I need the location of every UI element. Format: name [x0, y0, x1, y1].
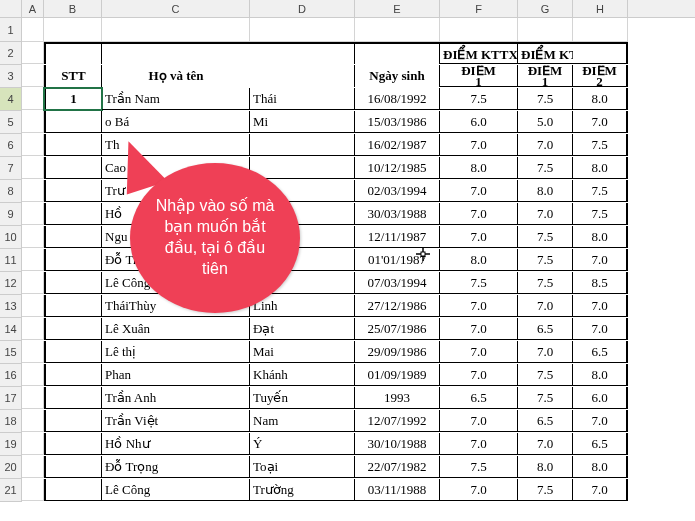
- cell[interactable]: [250, 134, 355, 156]
- cell[interactable]: 01/09/1989: [355, 364, 440, 386]
- cell[interactable]: [44, 341, 102, 363]
- cell[interactable]: [22, 111, 44, 133]
- cell[interactable]: 25/07/1986: [355, 318, 440, 340]
- cell[interactable]: 10/12/1985: [355, 157, 440, 179]
- cell[interactable]: 6.0: [573, 387, 628, 409]
- cell[interactable]: 30/03/1988: [355, 203, 440, 225]
- cell[interactable]: 6.5: [518, 410, 573, 432]
- cell[interactable]: 5.0: [518, 111, 573, 133]
- row-header[interactable]: 2: [0, 42, 22, 65]
- cell[interactable]: ĐIỂM2: [573, 65, 628, 87]
- cell-stt-first[interactable]: 1: [44, 88, 102, 110]
- select-all-corner[interactable]: [0, 0, 22, 17]
- cell[interactable]: [22, 272, 44, 294]
- row-header[interactable]: 14: [0, 318, 22, 341]
- cell[interactable]: 6.5: [518, 318, 573, 340]
- row-header[interactable]: 10: [0, 226, 22, 249]
- cell[interactable]: [44, 433, 102, 455]
- cell[interactable]: 7.5: [518, 364, 573, 386]
- cell[interactable]: Thái: [250, 88, 355, 110]
- cell[interactable]: 7.5: [518, 226, 573, 248]
- cell[interactable]: [44, 479, 102, 501]
- row-header[interactable]: 4: [0, 88, 22, 111]
- cell[interactable]: 7.0: [518, 433, 573, 455]
- cell[interactable]: 7.5: [573, 180, 628, 202]
- row-header[interactable]: 9: [0, 203, 22, 226]
- cell[interactable]: 7.0: [440, 295, 518, 317]
- cell[interactable]: ĐIỂM KTĐK: [518, 42, 573, 64]
- cell[interactable]: Họ và tên: [102, 65, 250, 87]
- cell[interactable]: [573, 18, 628, 42]
- cell[interactable]: Lê thị: [102, 341, 250, 363]
- cell[interactable]: [44, 364, 102, 386]
- col-header-C[interactable]: C: [102, 0, 250, 17]
- row-header[interactable]: 15: [0, 341, 22, 364]
- cell[interactable]: 7.0: [440, 433, 518, 455]
- cell[interactable]: Trần Việt: [102, 410, 250, 432]
- cell[interactable]: Trường: [250, 479, 355, 501]
- cell[interactable]: Trần Nam: [102, 88, 250, 110]
- cell[interactable]: Lê Công: [102, 479, 250, 501]
- cell[interactable]: [44, 203, 102, 225]
- cell[interactable]: Trần Anh: [102, 387, 250, 409]
- col-header-E[interactable]: E: [355, 0, 440, 17]
- cell[interactable]: [22, 456, 44, 478]
- cell[interactable]: [250, 226, 355, 248]
- cell[interactable]: 7.0: [573, 318, 628, 340]
- col-header-A[interactable]: A: [22, 0, 44, 17]
- cell[interactable]: 7.0: [518, 203, 573, 225]
- cell[interactable]: Trư: [102, 180, 250, 202]
- cell[interactable]: 7.0: [573, 295, 628, 317]
- cell[interactable]: 12/07/1992: [355, 410, 440, 432]
- cell[interactable]: 7.0: [440, 341, 518, 363]
- cell[interactable]: [440, 18, 518, 42]
- cell[interactable]: 7.0: [440, 318, 518, 340]
- cell[interactable]: 7.0: [440, 364, 518, 386]
- cell[interactable]: [250, 203, 355, 225]
- cell[interactable]: [250, 249, 355, 271]
- cell[interactable]: [250, 157, 355, 179]
- cell[interactable]: 7.5: [518, 249, 573, 271]
- cell[interactable]: Mai: [250, 341, 355, 363]
- cell[interactable]: [22, 387, 44, 409]
- cell[interactable]: Đỗ Trọng: [102, 456, 250, 478]
- cell[interactable]: 7.0: [573, 410, 628, 432]
- cell[interactable]: [22, 157, 44, 179]
- cell[interactable]: 7.0: [518, 341, 573, 363]
- cell[interactable]: 8.0: [440, 249, 518, 271]
- row-header[interactable]: 20: [0, 456, 22, 479]
- cell[interactable]: [44, 111, 102, 133]
- cell[interactable]: [22, 364, 44, 386]
- cell[interactable]: 01'01/1987: [355, 249, 440, 271]
- cell[interactable]: [22, 341, 44, 363]
- cell[interactable]: [22, 42, 44, 64]
- cell[interactable]: Th: [102, 134, 250, 156]
- row-header[interactable]: 21: [0, 479, 22, 502]
- row-header[interactable]: 5: [0, 111, 22, 134]
- cell[interactable]: Ngày sinh: [355, 65, 440, 87]
- cell[interactable]: Nam: [250, 410, 355, 432]
- cell[interactable]: Ý: [250, 433, 355, 455]
- cell[interactable]: Cao: [102, 157, 250, 179]
- cell[interactable]: [250, 65, 355, 87]
- cell[interactable]: [355, 18, 440, 42]
- row-header[interactable]: 6: [0, 134, 22, 157]
- cell[interactable]: [250, 272, 355, 294]
- row-header[interactable]: 19: [0, 433, 22, 456]
- cell[interactable]: 7.5: [518, 387, 573, 409]
- cell[interactable]: ĐIỂM1: [440, 65, 518, 87]
- cell[interactable]: Ngu: [102, 226, 250, 248]
- cell[interactable]: Mi: [250, 111, 355, 133]
- cell[interactable]: 7.5: [440, 456, 518, 478]
- cell[interactable]: 30/10/1988: [355, 433, 440, 455]
- cell[interactable]: [44, 134, 102, 156]
- cell[interactable]: 8.0: [573, 364, 628, 386]
- cell[interactable]: Lê Xuân: [102, 318, 250, 340]
- cell[interactable]: [22, 18, 44, 42]
- col-header-G[interactable]: G: [518, 0, 573, 17]
- cell[interactable]: [22, 318, 44, 340]
- cell[interactable]: [22, 410, 44, 432]
- cell[interactable]: STT: [44, 65, 102, 87]
- cell[interactable]: 7.0: [518, 295, 573, 317]
- cell[interactable]: 12/11/1987: [355, 226, 440, 248]
